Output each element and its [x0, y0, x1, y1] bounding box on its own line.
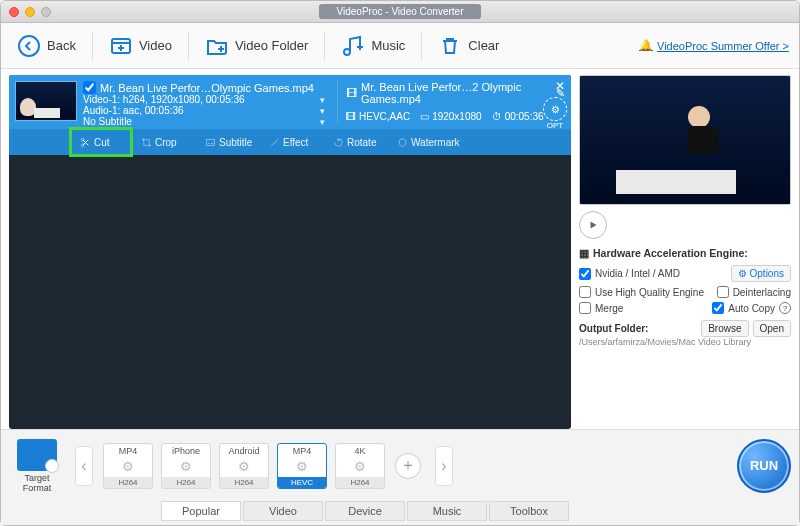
watermark-button[interactable]: Watermark: [389, 129, 468, 155]
gear-icon: ⚙: [354, 459, 366, 474]
crop-label: Crop: [155, 137, 177, 148]
gear-icon: ⚙: [296, 459, 308, 474]
category-tab[interactable]: Device: [325, 501, 405, 521]
clear-button[interactable]: Clear: [432, 30, 505, 62]
effect-label: Effect: [283, 137, 308, 148]
window-close-icon[interactable]: [9, 7, 19, 17]
category-tab[interactable]: Video: [243, 501, 323, 521]
category-tab[interactable]: Popular: [161, 501, 241, 521]
clock-icon: ⏱: [492, 111, 502, 122]
codec-options-button[interactable]: ⚙ OPT: [543, 97, 567, 130]
merge-label: Merge: [595, 303, 623, 314]
watermark-label: Watermark: [411, 137, 460, 148]
browse-button[interactable]: Browse: [701, 320, 748, 337]
resolution-icon: ▭: [420, 111, 429, 122]
deinterlacing-checkbox[interactable]: [717, 286, 729, 298]
add-video-label: Video: [139, 38, 172, 53]
video-stream-info: Video-1: h264, 1920x1080, 00:05:36: [83, 94, 245, 105]
add-preset-button[interactable]: ＋: [395, 453, 421, 479]
preset-bottom-label: H264: [220, 477, 268, 488]
codec-options-label: OPT: [543, 121, 567, 130]
preset-card[interactable]: iPhone⚙H264: [161, 443, 211, 489]
promo-offer-label: VideoProc Summer Offer >: [657, 40, 789, 52]
video-item[interactable]: ✕ ⚙ OPT Mr. Bean Live Perfor…Olympic Gam…: [9, 75, 571, 155]
category-tab[interactable]: Toolbox: [489, 501, 569, 521]
film-icon: 🎞: [346, 87, 357, 99]
output-resolution: 1920x1080: [432, 111, 482, 122]
nvidia-intel-amd-label: Nvidia / Intel / AMD: [595, 268, 680, 279]
auto-copy-label: Auto Copy: [728, 303, 775, 314]
window-zoom-icon: [41, 7, 51, 17]
target-format-button[interactable]: Target Format: [9, 439, 65, 493]
promo-offer-link[interactable]: 🔔 VideoProc Summer Offer >: [639, 39, 789, 52]
auto-copy-checkbox[interactable]: [712, 302, 724, 314]
preset-card[interactable]: 4K⚙H264: [335, 443, 385, 489]
add-video-folder-button[interactable]: Video Folder: [199, 30, 314, 62]
cut-label: Cut: [94, 137, 110, 148]
rotate-button[interactable]: Rotate: [325, 129, 389, 155]
codec-icon: 🎞: [346, 111, 356, 122]
rotate-label: Rotate: [347, 137, 376, 148]
window-minimize-icon[interactable]: [25, 7, 35, 17]
video-stream-select[interactable]: ▾: [320, 95, 325, 105]
preset-bottom-label: H264: [336, 477, 384, 488]
input-filename: Mr. Bean Live Perfor…Olympic Games.mp4: [100, 82, 314, 94]
preset-top-label: MP4: [293, 444, 312, 456]
edit-tools: Cut Crop Subtitle Effect Rotate Watermar…: [9, 129, 571, 155]
preset-card[interactable]: MP4⚙H264: [103, 443, 153, 489]
video-list: ✕ ⚙ OPT Mr. Bean Live Perfor…Olympic Gam…: [9, 75, 571, 429]
preset-top-label: 4K: [354, 444, 365, 456]
audio-stream-select[interactable]: ▾: [320, 106, 325, 116]
preset-bottom-label: H264: [162, 477, 210, 488]
output-duration: 00:05:36: [505, 111, 544, 122]
back-button[interactable]: Back: [11, 30, 82, 62]
run-button[interactable]: RUN: [737, 439, 791, 493]
preset-top-label: Android: [228, 444, 259, 456]
category-tab[interactable]: Music: [407, 501, 487, 521]
video-thumbnail: [15, 81, 77, 121]
subtitle-button[interactable]: Subtitle: [197, 129, 261, 155]
output-folder-label: Output Folder:: [579, 323, 648, 334]
output-filename: Mr. Bean Live Perfor…2 Olympic Games.mp4: [361, 81, 552, 105]
add-video-folder-label: Video Folder: [235, 38, 308, 53]
hw-options-button[interactable]: ⚙Options: [731, 265, 791, 282]
crop-button[interactable]: Crop: [133, 129, 197, 155]
audio-stream-info: Audio-1: aac, 00:05:36: [83, 105, 184, 116]
clear-label: Clear: [468, 38, 499, 53]
add-video-button[interactable]: Video: [103, 30, 178, 62]
deinterlacing-label: Deinterlacing: [733, 287, 791, 298]
gear-icon: ⚙: [238, 459, 250, 474]
subtitle-label: Subtitle: [219, 137, 252, 148]
add-music-button[interactable]: Music: [335, 30, 411, 62]
gear-icon: ⚙: [122, 459, 134, 474]
high-quality-checkbox[interactable]: [579, 286, 591, 298]
gear-icon: ⚙: [543, 97, 567, 121]
subtitle-stream-select[interactable]: ▾: [320, 117, 325, 127]
presets-prev-button[interactable]: ‹: [75, 446, 93, 486]
help-icon[interactable]: ?: [779, 302, 791, 314]
open-folder-button[interactable]: Open: [753, 320, 791, 337]
gear-icon: ⚙: [180, 459, 192, 474]
output-folder-path: /Users/arfamirza/Movies/Mac Video Librar…: [579, 337, 791, 347]
presets-next-button[interactable]: ›: [435, 446, 453, 486]
merge-checkbox[interactable]: [579, 302, 591, 314]
play-button[interactable]: [579, 211, 607, 239]
hw-options-label: Options: [750, 268, 784, 279]
high-quality-label: Use High Quality Engine: [595, 287, 704, 298]
preset-card[interactable]: Android⚙H264: [219, 443, 269, 489]
preset-card[interactable]: MP4⚙HEVC: [277, 443, 327, 489]
add-music-label: Music: [371, 38, 405, 53]
remove-item-icon[interactable]: ✕: [555, 79, 565, 93]
window-title: VideoProc - Video Converter: [319, 4, 482, 19]
nvidia-intel-amd-checkbox[interactable]: [579, 268, 591, 280]
subtitle-stream-info: No Subtitle: [83, 116, 132, 127]
preset-bottom-label: HEVC: [278, 477, 326, 488]
gear-icon: ⚙: [738, 268, 747, 279]
video-item-checkbox[interactable]: [83, 81, 96, 94]
effect-button[interactable]: Effect: [261, 129, 325, 155]
preset-bottom-label: H264: [104, 477, 152, 488]
cut-button[interactable]: Cut: [69, 127, 133, 157]
svg-rect-4: [206, 139, 214, 145]
chip-icon: ▦: [579, 247, 589, 259]
target-format-label: Target Format: [9, 473, 65, 493]
